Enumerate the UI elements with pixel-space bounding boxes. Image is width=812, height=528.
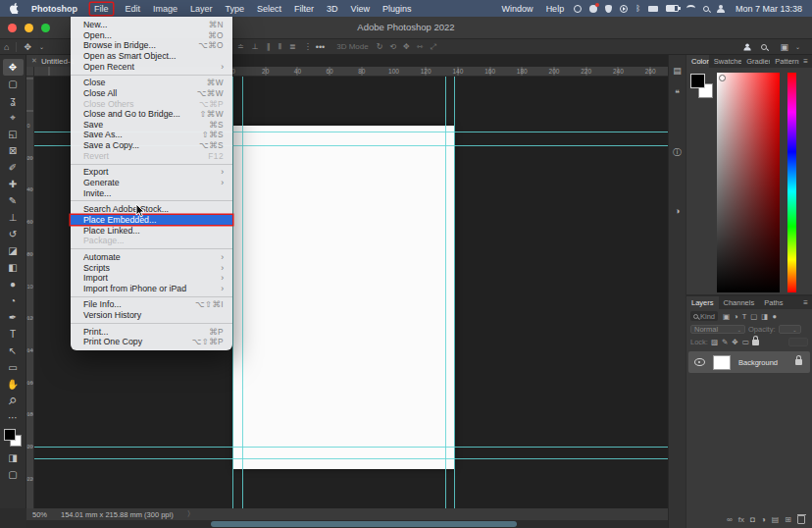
menu-item-generate[interactable]: Generate› [71,178,232,188]
menu-item-export[interactable]: Export› [71,167,232,178]
menu-item-scripts[interactable]: Scripts› [71,262,232,273]
horizontal-scrollbar[interactable] [26,520,668,528]
hand-tool[interactable]: ✋ [3,376,24,393]
menu-item-open-recent[interactable]: Open Recent› [71,61,232,72]
user-switch-icon[interactable] [717,5,726,13]
threed-icon-4[interactable]: ⤢ [430,42,435,52]
align-icon-6[interactable]: ⋮ [304,42,312,52]
threed-icon-1[interactable]: ⟲ [389,42,396,52]
brush-tool[interactable]: ✎ [3,192,24,209]
layers-panel-menu-icon[interactable]: ≡ [799,296,812,309]
color-marker[interactable] [719,75,726,81]
libraries-icon[interactable]: ▤ [670,63,685,78]
status-chevron-icon[interactable]: 〉 [187,509,195,519]
battery-icon[interactable] [666,5,679,12]
object-selection-tool[interactable]: ⌖ [3,109,24,126]
menu-item-import[interactable]: Import› [71,273,232,284]
new-group-icon[interactable]: ▤ [772,515,780,524]
menubar-item-layer[interactable]: Layer [190,4,213,14]
lock-artboard-icon[interactable]: ▭ [742,338,749,346]
clone-stamp-tool[interactable]: ⊥ [3,209,24,226]
menu-item-close-and-go-to-bridge[interactable]: Close and Go to Bridge...⇧⌘W [71,109,232,120]
layer-filter-search[interactable]: Kind [690,311,718,321]
horizontal-guide[interactable] [34,458,668,459]
vertical-guide[interactable] [242,77,243,508]
menubar-item-image[interactable]: Image [153,4,178,14]
pen-tool[interactable]: ✒ [3,309,24,326]
delete-layer-icon[interactable] [797,515,805,524]
crop-tool[interactable]: ◱ [3,126,24,142]
menu-item-automate[interactable]: Automate› [71,252,232,263]
menu-item-new[interactable]: New...⌘N [71,20,232,30]
lock-transparency-icon[interactable]: ▨ [711,338,718,346]
menu-item-save-as[interactable]: Save As...⇧⌘S [71,130,232,140]
menu-item-save[interactable]: Save⌘S [71,120,232,131]
zoom-tool[interactable]: ⚲ [3,393,24,409]
marquee-tool[interactable]: ▢ [3,76,24,92]
menubar-item-filter[interactable]: Filter [294,4,314,14]
zoom-level[interactable]: 50% [32,510,47,519]
lock-position-icon[interactable]: ✥ [732,338,737,346]
menu-item-invite[interactable]: Invite... [71,187,232,198]
horizontal-guide[interactable] [34,447,668,448]
menu-item-search-adobe-stock[interactable]: Search Adobe Stock... [71,204,232,215]
play-icon[interactable] [620,5,628,13]
menubar-item-photoshop[interactable]: Photoshop [31,4,77,14]
adjustments-icon[interactable]: ◑ [670,203,685,218]
document-page[interactable] [233,126,454,469]
close-tab-icon[interactable]: ✕ [31,57,37,65]
color-tab-gradien[interactable]: Gradien [741,55,770,68]
align-icon-4[interactable]: ⫴ [279,42,281,52]
gradient-tool[interactable]: ◧ [3,259,24,276]
more-options-icon[interactable]: ••• [316,42,325,52]
wifi-icon[interactable] [686,5,695,12]
color-field[interactable] [717,73,780,292]
menu-item-import-from-iphone-or-ipad[interactable]: Import from iPhone or iPad› [71,283,232,293]
menu-item-close-all[interactable]: Close All⌥⌘W [71,88,232,99]
keyboard-icon[interactable] [648,6,658,12]
type-tool[interactable]: T [3,326,24,343]
lock-pixels-icon[interactable]: ✎ [722,338,728,346]
menu-item-place-embedded[interactable]: Place Embedded... [71,215,232,226]
eyedropper-tool[interactable]: ✐ [3,159,24,176]
layers-tab-layers[interactable]: Layers [686,296,719,309]
lock-all-icon[interactable] [752,340,759,345]
foreground-background-colors[interactable] [4,429,22,447]
color-tab-patterns[interactable]: Patterns [770,55,799,68]
color-panel-menu-icon[interactable]: ≡ [799,55,812,68]
menu-item-save-a-copy[interactable]: Save a Copy...⌥⌘S [71,140,232,151]
layer-lock-icon[interactable] [795,359,802,365]
creative-cloud-icon[interactable] [589,5,597,13]
menu-item-close[interactable]: Close⌘W [71,78,232,88]
comments-icon[interactable]: ❝ [670,85,685,100]
chevron-down-icon[interactable]: ⌄ [39,43,44,50]
filter-pixel-icon[interactable]: ▣ [723,312,730,321]
blend-mode-select[interactable]: Normal⌄ [690,325,745,334]
share-user-icon[interactable] [744,43,752,50]
edit-toolbar[interactable]: ⋯ [3,409,24,426]
filter-toggle[interactable]: ● [772,312,777,321]
chevron-down-icon[interactable]: ⌄ [795,43,800,50]
search-icon[interactable] [703,6,709,12]
screen-mode-icon[interactable]: ▢ [3,466,24,483]
layer-row-background[interactable]: Background [688,351,810,373]
layer-effects-icon[interactable]: fx [738,515,744,524]
home-icon[interactable]: ⌂ [4,42,9,52]
new-layer-icon[interactable]: ⊞ [785,515,791,524]
menubar-item-window[interactable]: Window [502,4,533,14]
align-icon-5[interactable]: ≣ [289,42,296,52]
menu-item-place-linked[interactable]: Place Linked... [71,225,232,236]
shape-tool[interactable]: ▭ [3,359,24,376]
filter-adjustment-icon[interactable]: ◑ [734,312,738,321]
hue-slider[interactable] [787,73,796,292]
link-layers-icon[interactable]: ∞ [727,515,733,524]
apple-icon[interactable] [10,3,19,14]
menubar-item-file[interactable]: File [90,3,113,15]
move-tool[interactable]: ✥ [3,59,24,76]
dodge-tool[interactable]: ◔ [3,292,24,309]
menubar-item-edit[interactable]: Edit [126,4,141,14]
adjustment-layer-icon[interactable]: ◑ [761,515,766,524]
menubar-item-3d[interactable]: 3D [327,4,338,14]
menu-item-open[interactable]: Open...⌘O [71,30,232,41]
search-icon[interactable] [761,44,767,50]
